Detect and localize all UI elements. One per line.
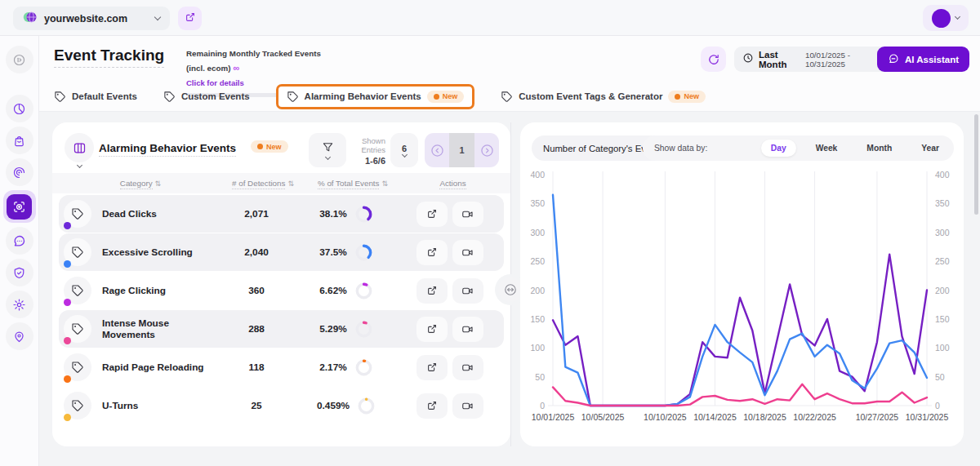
open-site-button[interactable] <box>178 7 202 30</box>
sidebar-item-collapse[interactable] <box>6 46 33 73</box>
category-color-dot <box>64 299 71 306</box>
sidebar-item-privacy[interactable] <box>6 259 33 286</box>
svg-text:300: 300 <box>530 228 545 237</box>
top-bar: yourwebsite.com <box>0 0 980 36</box>
category-color-dot <box>64 375 71 383</box>
chevron-down-icon <box>154 14 161 20</box>
open-events-button[interactable] <box>416 202 448 227</box>
line-chart: 0050501001001501502002002502503003003503… <box>520 170 964 443</box>
open-events-button[interactable] <box>416 317 448 342</box>
sidebar-item-feedback[interactable] <box>6 227 33 255</box>
column-header-actions: Actions <box>402 179 504 188</box>
svg-text:100: 100 <box>935 343 950 353</box>
category-name: Rapid Page Reloading <box>102 362 204 373</box>
current-page[interactable]: 1 <box>449 133 474 167</box>
panel-resize-handle[interactable] <box>498 277 523 302</box>
sidebar-item-analytics[interactable] <box>6 95 33 122</box>
svg-text:50: 50 <box>935 372 945 382</box>
refresh-button[interactable] <box>701 47 726 72</box>
svg-text:10/18/2025: 10/18/2025 <box>743 412 786 422</box>
main-area: Event Tracking Remaining Monthly Tracked… <box>39 36 980 466</box>
table-body: Dead Clicks 2,071 38.1% Excessive Scroll… <box>59 195 504 425</box>
watch-recordings-button[interactable] <box>452 317 483 342</box>
granularity-month[interactable]: Month <box>857 140 902 157</box>
page-title: Event Tracking <box>54 47 164 68</box>
svg-text:200: 200 <box>530 286 545 295</box>
watch-recordings-button[interactable] <box>452 278 483 304</box>
page-size-selector[interactable]: 6 <box>390 133 418 167</box>
chevron-down-icon <box>76 162 82 168</box>
table-row-rage-clicking[interactable]: Rage Clicking 360 6.62% <box>59 272 504 309</box>
column-header--of-detections[interactable]: # of Detections⇅ <box>222 179 304 188</box>
ai-assistant-button[interactable]: AI Assistant <box>877 47 969 72</box>
tab-alarming-behavior-events[interactable]: Alarming Behavior EventsNew <box>287 91 465 103</box>
category-name: U-Turns <box>102 400 138 411</box>
tag-icon <box>287 91 299 103</box>
account-menu[interactable] <box>923 5 969 31</box>
sidebar-item-visitor-location[interactable] <box>6 322 33 350</box>
column-header--of-total-events[interactable]: % of Total Events⇅ <box>304 179 402 188</box>
panel-view-switcher[interactable] <box>64 133 95 169</box>
target-icon <box>7 194 32 220</box>
swirl-icon <box>12 166 26 180</box>
granularity-year[interactable]: Year <box>911 140 949 157</box>
table-row-intense-mouse-movements[interactable]: Intense Mouse Movements 288 5.29% <box>59 310 504 348</box>
shown-entries-label: Shown Entries <box>340 136 385 154</box>
open-events-button[interactable] <box>416 278 448 304</box>
svg-text:100: 100 <box>530 343 545 353</box>
scrollbar-thumb[interactable] <box>974 114 978 215</box>
table-row-dead-clicks[interactable]: Dead Clicks 2,071 38.1% <box>59 195 504 233</box>
sort-icon: ⇅ <box>155 180 162 188</box>
category-name: Intense Mouse Movements <box>102 317 216 340</box>
next-page-button[interactable] <box>474 143 499 158</box>
site-selector[interactable]: yourwebsite.com <box>13 7 170 30</box>
sort-icon: ⇅ <box>287 180 294 188</box>
tab-custom-event-tags-generator[interactable]: Custom Event Tags & GeneratorNew <box>501 91 706 103</box>
percent-value: 0.459% <box>317 400 350 411</box>
category-color-dot <box>64 337 71 344</box>
percent-value: 2.17% <box>319 362 346 373</box>
badge-dot-icon <box>434 94 439 100</box>
pie-icon <box>12 102 26 116</box>
site-name: yourwebsite.com <box>44 13 127 24</box>
percent-donut-icon <box>354 243 373 262</box>
table-row-u-turns[interactable]: U-Turns 25 0.459% <box>59 387 504 424</box>
tab-default-events[interactable]: Default Events <box>54 91 137 103</box>
alarming-events-panel: Alarming Behavior Events New Shown Entri… <box>52 122 510 446</box>
granularity-day[interactable]: Day <box>761 140 796 157</box>
sidebar-item-event-tracking[interactable] <box>3 190 36 223</box>
tab-custom-events[interactable]: Custom Events <box>163 91 250 103</box>
watch-recordings-button[interactable] <box>452 393 483 419</box>
watch-recordings-button[interactable] <box>452 355 483 380</box>
panel-title: Alarming Behavior Events <box>99 142 236 157</box>
sidebar-item-ecommerce[interactable] <box>6 126 33 154</box>
active-tab-highlight-box: Alarming Behavior EventsNew <box>276 84 475 109</box>
percent-donut-icon <box>354 282 373 300</box>
table-row-excessive-scrolling[interactable]: Excessive Scrolling 2,040 37.5% <box>59 233 504 271</box>
sidebar-item-recordings[interactable] <box>6 158 33 186</box>
date-range-selector[interactable]: Last Month 10/01/2025 - 10/31/2025 <box>734 47 894 72</box>
percent-value: 37.5% <box>319 246 346 258</box>
open-events-button[interactable] <box>416 240 448 265</box>
svg-text:10/05/2025: 10/05/2025 <box>581 412 625 422</box>
table-row-rapid-page-reloading[interactable]: Rapid Page Reloading 118 2.17% <box>59 348 504 386</box>
svg-text:10/27/2025: 10/27/2025 <box>856 412 899 422</box>
shield-icon <box>12 266 26 280</box>
open-events-button[interactable] <box>416 393 448 419</box>
svg-text:300: 300 <box>935 228 950 237</box>
svg-text:150: 150 <box>935 314 950 324</box>
gear-icon <box>12 298 26 312</box>
sidebar-item-settings[interactable] <box>6 291 33 318</box>
new-badge: New <box>251 140 288 153</box>
detections-value: 2,071 <box>216 208 297 220</box>
svg-text:10/14/2025: 10/14/2025 <box>693 412 737 422</box>
watch-recordings-button[interactable] <box>452 240 483 265</box>
tag-icon <box>64 392 91 419</box>
prev-page-button[interactable] <box>425 143 449 158</box>
granularity-week[interactable]: Week <box>806 140 848 157</box>
category-cell: Intense Mouse Movements <box>59 315 216 343</box>
open-events-button[interactable] <box>416 355 448 380</box>
watch-recordings-button[interactable] <box>452 202 483 227</box>
column-header-category[interactable]: Category⇅ <box>59 179 222 188</box>
chart-panel: Number of Category's Event Triggers Show… <box>520 122 964 446</box>
